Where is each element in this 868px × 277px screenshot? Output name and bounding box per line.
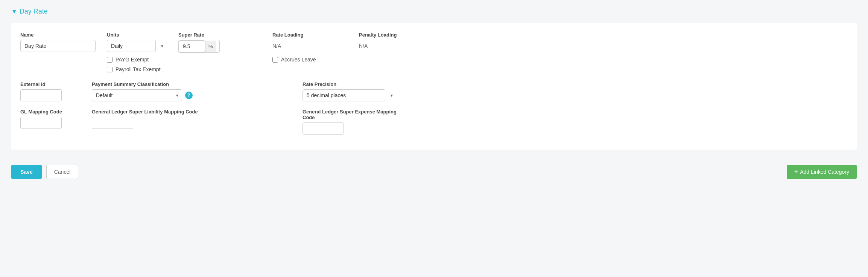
percent-label: % [205, 41, 216, 52]
form-row1-labels: Name Units Daily Hourly Weekly Super Rat… [20, 32, 848, 53]
payment-summary-wrapper: Default Salary or Wages Other ? [92, 89, 205, 101]
rate-precision-label: Rate Precision [303, 81, 397, 87]
payg-exempt-item: PAYG Exempt [107, 57, 167, 63]
form-section: Name Units Daily Hourly Weekly Super Rat… [11, 23, 857, 150]
gl-super-liability-input[interactable] [92, 117, 133, 129]
payroll-tax-exempt-label: Payroll Tax Exempt [116, 66, 161, 72]
units-select-wrapper: Daily Hourly Weekly [107, 40, 167, 52]
payroll-tax-exempt-item: Payroll Tax Exempt [107, 66, 167, 72]
rate-loading-label: Rate Loading [272, 32, 348, 38]
accrues-leave-item: Accrues Leave [272, 57, 348, 63]
payg-exempt-label: PAYG Exempt [116, 57, 149, 63]
help-icon[interactable]: ? [185, 92, 193, 99]
gl-super-expense-label: General Ledger Super Expense Mapping Cod… [303, 109, 397, 120]
penalty-loading-value: N/A [359, 40, 434, 49]
footer-left: Save Cancel [11, 165, 78, 179]
rate-loading-group: Rate Loading N/A [272, 32, 348, 53]
name-label: Name [20, 32, 96, 38]
cancel-button[interactable]: Cancel [46, 165, 79, 179]
rate-loading-value: N/A [272, 40, 348, 49]
rate-precision-select-wrapper: 2 decimal places 3 decimal places 4 deci… [303, 89, 397, 101]
name-input[interactable] [20, 40, 96, 52]
form-row2-checkboxes: PAYG Exempt Payroll Tax Exempt Accrues L… [20, 55, 848, 72]
penalty-loading-group: Penalty Loading N/A [359, 32, 434, 53]
name-group: Name [20, 32, 96, 53]
payment-summary-select-wrapper: Default Salary or Wages Other [92, 89, 182, 101]
add-linked-category-button[interactable]: + Add Linked Category [787, 165, 857, 179]
gl-super-expense-group: General Ledger Super Expense Mapping Cod… [303, 109, 397, 135]
units-label: Units [107, 32, 167, 38]
payg-exempt-checkbox[interactable] [107, 57, 112, 63]
units-group: Units Daily Hourly Weekly [107, 32, 167, 53]
rate-precision-select[interactable]: 2 decimal places 3 decimal places 4 deci… [303, 89, 385, 101]
section-title: Day Rate [20, 8, 48, 15]
form-row4: GL Mapping Code General Ledger Super Lia… [20, 109, 848, 135]
section-header: ▼ Day Rate [11, 8, 857, 15]
super-rate-group: Super Rate % [178, 32, 261, 53]
super-rate-label: Super Rate [178, 32, 261, 38]
checkbox-group-right: Accrues Leave [272, 55, 348, 72]
gl-super-expense-input[interactable] [303, 122, 344, 135]
payment-summary-label: Payment Summary Classification [92, 81, 205, 87]
payment-summary-select[interactable]: Default Salary or Wages Other [92, 89, 182, 101]
super-rate-input[interactable] [179, 40, 205, 52]
page-container: ▼ Day Rate Name Units Daily Hourly Weekl… [0, 0, 868, 277]
checkbox-group-left: PAYG Exempt Payroll Tax Exempt [107, 55, 167, 72]
gl-mapping-label: GL Mapping Code [20, 109, 81, 115]
super-rate-input-wrapper: % [178, 40, 220, 53]
accrues-leave-checkbox[interactable] [272, 57, 278, 63]
payroll-tax-exempt-checkbox[interactable] [107, 67, 112, 72]
external-id-label: External Id [20, 81, 81, 87]
external-id-group: External Id [20, 81, 81, 101]
units-select[interactable]: Daily Hourly Weekly [107, 40, 156, 52]
accrues-leave-label: Accrues Leave [281, 57, 316, 63]
gl-super-liability-group: General Ledger Super Liability Mapping C… [92, 109, 205, 129]
penalty-loading-label: Penalty Loading [359, 32, 434, 38]
add-linked-label: Add Linked Category [800, 169, 849, 175]
rate-precision-group: Rate Precision 2 decimal places 3 decima… [303, 81, 397, 101]
footer-row: Save Cancel + Add Linked Category [11, 161, 857, 179]
payment-summary-group: Payment Summary Classification Default S… [92, 81, 205, 101]
external-id-input[interactable] [20, 89, 62, 101]
save-button[interactable]: Save [11, 165, 42, 179]
plus-icon: + [794, 168, 798, 175]
gl-mapping-group: GL Mapping Code [20, 109, 81, 129]
gl-mapping-input[interactable] [20, 117, 62, 129]
chevron-down-icon[interactable]: ▼ [11, 8, 17, 15]
form-row3: External Id Payment Summary Classificati… [20, 81, 848, 101]
gl-super-liability-label: General Ledger Super Liability Mapping C… [92, 109, 205, 115]
